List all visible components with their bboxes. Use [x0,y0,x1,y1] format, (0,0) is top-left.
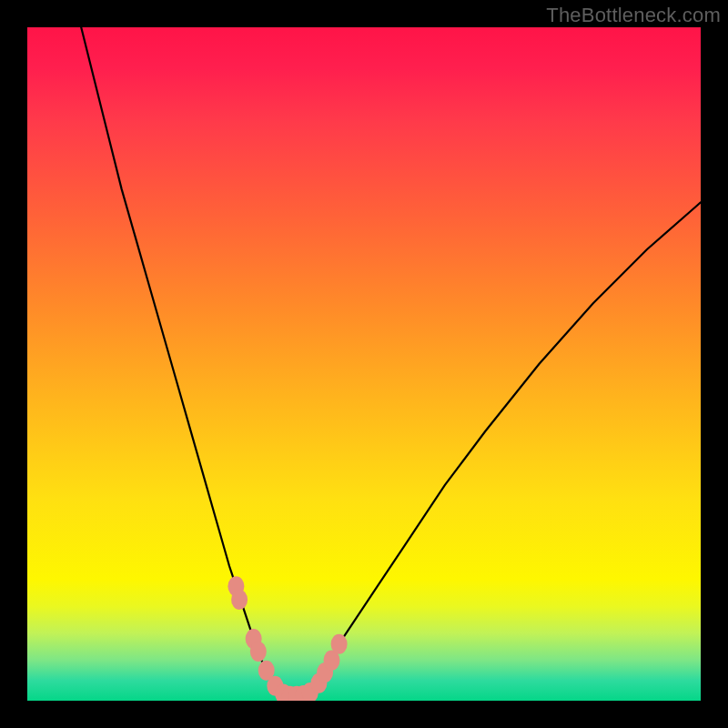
plot-area [27,27,701,701]
chart-svg [27,27,701,701]
bottleneck-curve [81,27,701,696]
curve-marker [250,642,267,662]
watermark-text: TheBottleneck.com [546,4,721,27]
curve-marker [331,634,348,654]
curve-marker [231,590,248,610]
marker-group [228,576,347,701]
chart-frame: TheBottleneck.com [0,0,728,728]
